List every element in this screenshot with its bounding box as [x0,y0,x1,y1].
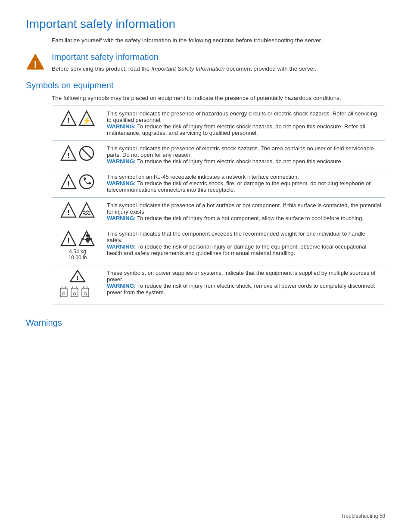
svg-point-28 [62,292,65,295]
svg-point-32 [73,292,76,295]
table-row: ! ⚡ This symbol indicates the presence o… [52,106,385,141]
svg-rect-22 [90,238,92,240]
symbol-cell-weight: ! 4.54 kg10.00 lb [52,226,103,265]
table-row: ! This symbol on an RJ-45 receptacle ind… [52,169,385,198]
page-title: Important safety information [26,17,385,31]
symbol-cell-power: ! [52,265,103,305]
svg-point-36 [84,292,87,295]
warnings-section-title: Warnings [26,318,385,328]
safety-notice-content: Important safety information Before serv… [52,52,317,72]
symbols-section-title: Symbols on equipment [26,81,385,90]
weight-label: 4.54 kg10.00 lb [55,249,100,261]
symbols-section-intro: The following symbols may be placed on e… [52,95,385,101]
svg-marker-15 [79,203,94,217]
symbol-cell-hot: ! [52,198,103,226]
svg-line-9 [82,149,91,158]
footer-text: Troubleshooting 58 [341,513,385,519]
svg-text:!: ! [34,59,37,70]
symbol-cell-xcircle: ! [52,141,103,169]
table-row: ! This symbol indicates the presence of … [52,141,385,169]
svg-text:!: ! [67,237,70,245]
table-row: ! [52,265,385,305]
intro-text: Familiarize yourself with the safety inf… [52,37,385,44]
svg-point-12 [80,175,93,189]
svg-text:!: ! [67,117,70,125]
table-row: ! 4.54 kg10.00 lb This symbol indicates … [52,226,385,265]
symbol-cell-lightning: ! ⚡ [52,106,103,141]
safety-notice-text: Before servicing this product, read the … [52,65,317,72]
warning-icon: ! [26,52,45,74]
symbol-description-hot: This symbol indicates the presence of a … [103,198,385,226]
svg-text:!: ! [67,152,70,160]
symbol-description-power: These symbols, on power supplies or syst… [103,265,385,305]
svg-point-19 [86,234,90,237]
svg-rect-21 [81,238,84,240]
safety-notice-title: Important safety information [52,52,317,62]
svg-text:⚡: ⚡ [82,116,92,125]
symbol-description-lightning: This symbol indicates the presence of ha… [103,106,385,141]
symbol-description-phone: This symbol on an RJ-45 receptacle indic… [103,169,385,198]
svg-text:!: ! [77,274,79,281]
symbol-cell-phone: ! [52,169,103,198]
symbols-table: ! ⚡ This symbol indicates the presence o… [52,106,385,305]
symbol-description-weight: This symbol indicates that the component… [103,226,385,265]
svg-text:!: ! [67,208,70,217]
table-row: ! This symbol indicates the presence of … [52,198,385,226]
safety-notice-block: ! Important safety information Before se… [26,52,385,74]
svg-text:!: ! [67,180,70,188]
symbol-description-xcircle: This symbol indicates the presence of el… [103,141,385,169]
